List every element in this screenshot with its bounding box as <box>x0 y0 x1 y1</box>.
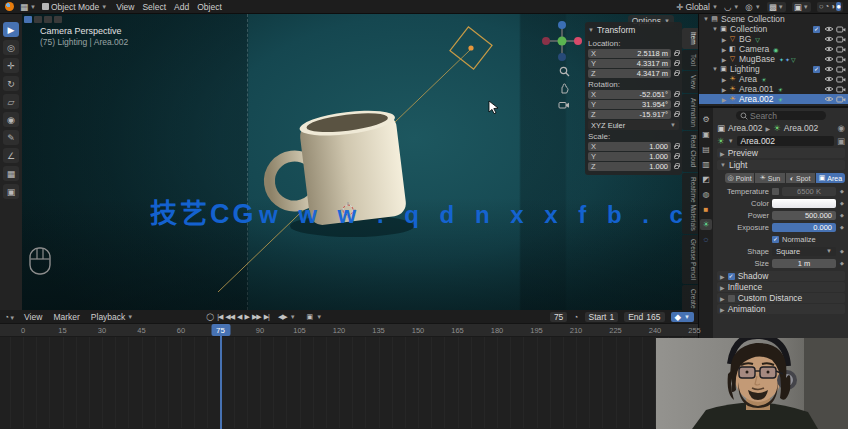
menu-view[interactable]: View <box>113 2 137 12</box>
eye-icon[interactable] <box>824 55 834 63</box>
tool-move[interactable]: ✛ <box>3 58 19 73</box>
shading-material-preview[interactable]: ◑ <box>830 2 835 11</box>
expand-arrow[interactable]: ▼ <box>702 16 710 22</box>
outliner-row-scene collection[interactable]: ▼▤Scene Collection <box>699 14 848 24</box>
power-field[interactable]: 500.000 <box>772 211 836 220</box>
mode-select[interactable]: Object Mode▼ <box>42 2 107 12</box>
light-type-spot[interactable]: ◐Spot <box>786 173 815 183</box>
lock-icon[interactable] <box>674 155 679 159</box>
axis-x-pos[interactable] <box>574 37 582 45</box>
axis-y[interactable] <box>558 37 567 46</box>
eye-icon[interactable] <box>824 65 834 73</box>
light-panel-header[interactable]: ▼Light <box>717 160 845 170</box>
next-keyframe-button[interactable]: ▶▶ <box>252 313 261 321</box>
menu-add[interactable]: Add <box>171 2 192 12</box>
expand-arrow[interactable]: ▶ <box>720 76 728 83</box>
menu-select[interactable]: Select <box>139 2 169 12</box>
expand-arrow[interactable]: ▶ <box>720 36 728 43</box>
lock-icon[interactable] <box>674 52 679 56</box>
color-swatch[interactable] <box>772 199 836 208</box>
axis-z-pos[interactable] <box>558 21 566 29</box>
scale-x-field[interactable]: X1.000 <box>588 142 671 151</box>
datablock-name-field[interactable]: Area.002 <box>737 136 834 146</box>
light-type-point[interactable]: ◎Point <box>725 173 754 183</box>
eye-icon[interactable] <box>824 45 834 53</box>
light-type-sun[interactable]: ☀Sun <box>755 173 784 183</box>
subpanel-custom-distance[interactable]: ▶Custom Distance <box>717 293 845 303</box>
fake-user-icon[interactable]: ▣ <box>837 136 845 146</box>
start-frame-field[interactable]: Start1 <box>585 312 619 322</box>
tool-scale[interactable]: ▱ <box>3 94 19 109</box>
outliner-row-collection[interactable]: ▼▣Collection✓ <box>699 24 848 34</box>
overlays-toggle[interactable]: ▣▼ <box>792 2 811 12</box>
properties-tab-tool[interactable]: ⚙ <box>700 114 712 125</box>
expand-arrow[interactable]: ▶ <box>720 86 728 93</box>
properties-tab-world[interactable]: ◍ <box>700 189 712 200</box>
sidebar-tab-tool[interactable]: Tool <box>682 50 698 70</box>
properties-tab-scene[interactable]: ◩ <box>700 174 712 185</box>
tool-measure[interactable]: ∠ <box>3 148 19 163</box>
expand-arrow[interactable]: ▶ <box>720 46 728 53</box>
current-frame-field[interactable]: 75 <box>550 312 567 322</box>
scale-y-field[interactable]: Y1.000 <box>588 152 671 161</box>
auto-key-button[interactable]: ◯ <box>206 313 214 321</box>
sidebar-tab-create[interactable]: Create <box>682 285 698 310</box>
properties-tab-object[interactable]: ■ <box>700 204 712 215</box>
lock-icon[interactable] <box>674 113 679 117</box>
frame-step-buttons[interactable]: ◀▶ <box>278 313 287 321</box>
tool-select-box[interactable]: ▶ <box>3 22 19 37</box>
collection-checkbox[interactable]: ✓ <box>813 26 820 33</box>
outliner-row-bg[interactable]: ▶▽BG▽ <box>699 34 848 44</box>
sidebar-tab-real-cloud[interactable]: Real Cloud <box>682 131 698 171</box>
expand-arrow[interactable]: ▶ <box>720 96 728 103</box>
transform-panel-header[interactable]: ▼Transform <box>588 24 679 37</box>
sidebar-tab-grease-pencil[interactable]: Grease Pencil <box>682 235 698 284</box>
keyframe-insert-button[interactable]: ◆▼ <box>671 312 695 322</box>
properties-tab-light-data[interactable]: ☀ <box>700 219 712 230</box>
scale-z-field[interactable]: Z1.000 <box>588 162 671 171</box>
jump-start-button[interactable]: |◀ <box>217 313 222 321</box>
lock-icon[interactable] <box>674 62 679 66</box>
collection-checkbox[interactable]: ✓ <box>813 66 820 73</box>
jump-end-button[interactable]: ▶| <box>264 313 269 321</box>
outliner-row-lighting[interactable]: ▼▣Lighting✓ <box>699 64 848 74</box>
pin-icon[interactable]: ◉ <box>838 123 845 133</box>
lock-icon[interactable] <box>674 93 679 97</box>
subpanel-animation[interactable]: ▶Animation <box>717 304 845 314</box>
expand-arrow[interactable]: ▶ <box>720 56 728 63</box>
properties-tab-render[interactable]: ▣ <box>700 129 712 140</box>
tool-add-primitive[interactable]: ▦ <box>3 166 19 181</box>
rotation-mode-dropdown[interactable]: XYZ Euler▼ <box>588 120 679 130</box>
camera-toggle-icon[interactable] <box>836 35 846 43</box>
normalize-checkbox[interactable]: ✓ <box>772 236 779 243</box>
axis-x-neg[interactable] <box>542 37 550 45</box>
expand-arrow[interactable]: ▼ <box>711 26 719 32</box>
play-reverse-button[interactable]: ◀ <box>237 313 241 321</box>
breadcrumb-data[interactable]: Area.002 <box>784 123 819 133</box>
shape-dropdown[interactable]: Square▼ <box>772 247 836 256</box>
blender-logo-icon[interactable] <box>5 2 14 11</box>
eye-icon[interactable] <box>824 95 834 103</box>
camera-view-icon[interactable] <box>558 100 570 110</box>
zoom-icon[interactable] <box>559 66 570 77</box>
sidebar-tab-realtime-materials[interactable]: Realtime Materials <box>682 173 698 235</box>
shading-solid[interactable]: ◔ <box>824 2 829 11</box>
preview-panel-header[interactable]: ▶Preview <box>717 148 845 158</box>
playhead[interactable]: 75 <box>211 324 230 336</box>
viewport-3d[interactable]: Camera Perspective (75) Lighting | Area.… <box>22 14 698 310</box>
lock-icon[interactable] <box>674 165 679 169</box>
location-z-field[interactable]: Z4.3417 m <box>588 69 671 78</box>
pan-hand-icon[interactable] <box>559 83 570 94</box>
properties-tab-view-layer[interactable]: ▥ <box>700 159 712 170</box>
camera-toggle-icon[interactable] <box>836 55 846 63</box>
navigation-gizmo[interactable] <box>541 20 583 62</box>
tool-rotate[interactable]: ↻ <box>3 76 19 91</box>
rotation-x-field[interactable]: X-52.051° <box>588 90 671 99</box>
tool-duplicate[interactable]: ▣ <box>3 184 19 199</box>
tool-cursor[interactable]: ◎ <box>3 40 19 55</box>
proportional-editing-toggle[interactable]: ◎▼ <box>745 2 760 12</box>
expand-arrow[interactable]: ▼ <box>711 66 719 72</box>
play-button[interactable]: ▶ <box>245 313 249 321</box>
subpanel-shadow[interactable]: ▶✓Shadow <box>717 271 845 281</box>
tool-annotate[interactable]: ✎ <box>3 130 19 145</box>
